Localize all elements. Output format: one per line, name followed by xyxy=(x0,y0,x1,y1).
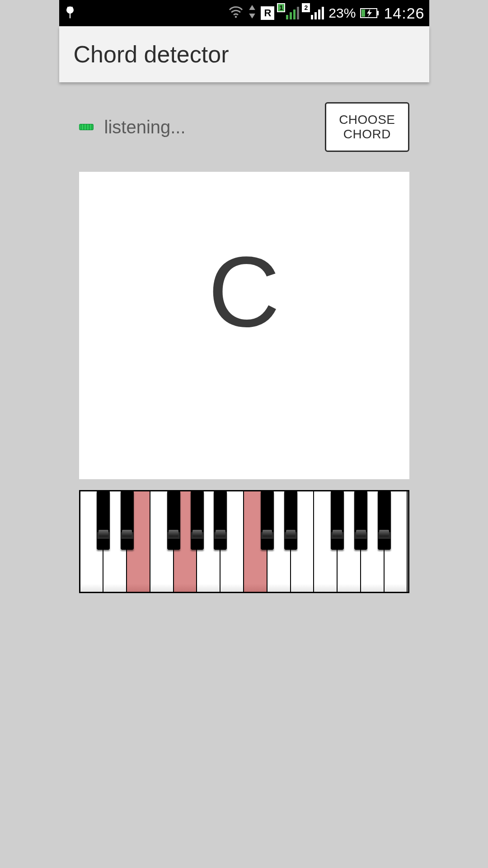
white-key[interactable] xyxy=(127,491,150,592)
white-key[interactable] xyxy=(174,491,197,592)
audio-level-icon xyxy=(79,124,94,130)
white-key[interactable] xyxy=(361,491,385,592)
detected-chord: C xyxy=(208,235,280,349)
svg-marker-5 xyxy=(249,5,256,10)
white-key[interactable] xyxy=(291,491,314,592)
listening-status: listening... xyxy=(79,117,186,137)
white-key[interactable] xyxy=(197,491,221,592)
svg-rect-1 xyxy=(69,13,70,18)
svg-point-2 xyxy=(67,7,68,8)
white-key[interactable] xyxy=(385,491,408,592)
svg-rect-9 xyxy=(361,9,365,17)
battery-charging-icon xyxy=(360,8,379,19)
chord-display-card: C xyxy=(79,172,409,479)
white-key[interactable] xyxy=(338,491,361,592)
roaming-badge: R xyxy=(261,6,274,20)
svg-marker-6 xyxy=(249,14,256,19)
svg-rect-8 xyxy=(377,11,379,15)
svg-point-3 xyxy=(71,7,72,8)
sim1-signal-icon: 1 xyxy=(279,7,299,19)
svg-marker-10 xyxy=(367,9,372,17)
app-title: Chord detector xyxy=(74,41,229,68)
white-key[interactable] xyxy=(150,491,174,592)
white-key[interactable] xyxy=(267,491,291,592)
listening-text: listening... xyxy=(104,117,186,137)
android-status-bar: R 1 2 23% xyxy=(59,0,429,26)
white-key[interactable] xyxy=(80,491,104,592)
piano-keyboard[interactable] xyxy=(79,490,409,593)
data-updown-icon xyxy=(248,5,256,22)
white-key[interactable] xyxy=(314,491,338,592)
android-debug-icon xyxy=(64,6,76,20)
white-key[interactable] xyxy=(221,491,244,592)
sim2-signal-icon: 2 xyxy=(304,7,324,19)
app-bar: Chord detector xyxy=(59,26,429,82)
white-key[interactable] xyxy=(244,491,267,592)
white-key[interactable] xyxy=(103,491,127,592)
svg-point-4 xyxy=(235,15,237,17)
choose-chord-button[interactable]: CHOOSE CHORD xyxy=(325,102,409,152)
battery-percentage: 23% xyxy=(328,5,356,21)
wifi-icon xyxy=(228,5,244,21)
status-clock: 14:26 xyxy=(384,5,424,22)
